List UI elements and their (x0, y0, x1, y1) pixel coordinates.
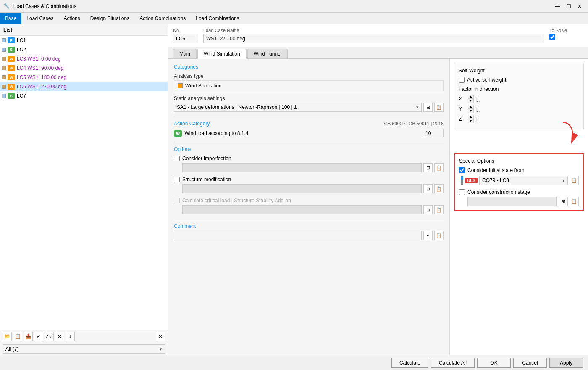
comment-row: ▾ 📋 (174, 231, 444, 240)
list-item[interactable]: W LC3 WS1: 0.00 deg (0, 54, 168, 63)
app-icon: 🔧 (3, 3, 10, 10)
imperfection-btn2[interactable]: 📋 (434, 163, 444, 172)
analysis-type-value: Wind Simulation (185, 83, 222, 89)
list-folder-btn[interactable]: 📂 (3, 332, 12, 341)
menu-base[interactable]: Base (0, 13, 21, 24)
tab-wind-simulation[interactable]: Wind Simulation (197, 49, 247, 59)
imperfection-input (182, 163, 422, 172)
static-analysis-btn2[interactable]: 📋 (434, 103, 444, 112)
list-checkall-btn[interactable]: ✓✓ (45, 332, 54, 341)
menu-load-cases[interactable]: Load Cases (21, 13, 58, 24)
state-select-wrapper[interactable]: CO79 - LC3 (479, 176, 568, 185)
y-down-btn[interactable]: ▼ (468, 109, 474, 113)
list-delete-btn[interactable]: ✕ (55, 332, 64, 341)
imperfection-btn1[interactable]: ⊞ (423, 163, 433, 172)
tabs-bar: Main Wind Simulation Wind Tunnel (168, 47, 588, 59)
structure-mod-btn2[interactable]: 📋 (434, 184, 444, 193)
critical-load-input (182, 205, 422, 214)
critical-load-btn2[interactable]: 📋 (434, 205, 444, 214)
action-num[interactable] (423, 129, 444, 137)
x-up-btn[interactable]: ▲ (468, 95, 474, 99)
y-unit: [-] (476, 106, 481, 112)
filter-row: All (7) (0, 343, 168, 355)
list-close-btn[interactable]: ✕ (156, 332, 165, 341)
imperfection-checkbox[interactable] (174, 156, 180, 161)
critical-load-checkbox[interactable] (174, 198, 180, 204)
structure-mod-btn1[interactable]: ⊞ (423, 184, 433, 193)
tab-content: Categories Analysis type Wind Simulation… (168, 59, 588, 355)
self-weight-title: Self-Weight (459, 68, 579, 74)
menu-action-combinations[interactable]: Action Combinations (134, 13, 191, 24)
item-label: LC7 (17, 93, 26, 99)
item-badge: S (8, 93, 15, 99)
no-input[interactable] (173, 34, 198, 43)
active-self-weight-checkbox[interactable] (459, 77, 465, 83)
content-area: List P LC1 S LC2 W LC3 WS1: 0.00 deg (0, 24, 588, 355)
left-panel: List P LC1 S LC2 W LC3 WS1: 0.00 deg (0, 24, 168, 355)
color-stripe (461, 176, 463, 185)
list-copy-btn[interactable]: 📋 (13, 332, 22, 341)
list-item[interactable]: S LC7 (0, 91, 168, 100)
item-color (2, 66, 6, 70)
y-spinner: ▲ ▼ (468, 105, 474, 113)
x-down-btn[interactable]: ▼ (468, 99, 474, 103)
consider-initial-label: Consider initial state from (467, 167, 524, 173)
filter-select[interactable]: All (7) (3, 345, 165, 353)
critical-load-btn1[interactable]: ⊞ (423, 205, 433, 214)
side-panel-spacer (454, 214, 584, 351)
special-options-title: Special Options (459, 158, 579, 164)
minimize-button[interactable]: — (553, 1, 563, 11)
list-item[interactable]: W LC5 WS1: 180.00 deg (0, 73, 168, 82)
list-item-selected[interactable]: W LC6 WS1: 270.00 deg (0, 82, 168, 91)
consider-construction-checkbox[interactable] (459, 189, 465, 195)
static-analysis-label: Static analysis settings (174, 95, 444, 101)
construction-btn1[interactable]: ⊞ (559, 197, 568, 206)
structure-mod-input-row: ⊞ 📋 (182, 184, 444, 193)
options-title: Options (174, 146, 444, 152)
comment-input[interactable] (174, 231, 422, 240)
state-select[interactable]: CO79 - LC3 (480, 176, 567, 185)
tab-wind-tunnel[interactable]: Wind Tunnel (247, 49, 288, 58)
menu-load-combinations[interactable]: Load Combinations (191, 13, 244, 24)
item-color (2, 85, 6, 89)
special-options-section: Special Options Consider initial state f… (454, 153, 584, 211)
static-analysis-select-wrapper[interactable]: SA1 - Large deformations | Newton-Raphso… (174, 103, 422, 112)
menu-design-situations[interactable]: Design Situations (85, 13, 134, 24)
construction-btn2[interactable]: 📋 (570, 197, 579, 206)
static-analysis-btn1[interactable]: ⊞ (423, 103, 433, 112)
list-item[interactable]: W LC4 WS1: 90.00 deg (0, 63, 168, 73)
to-solve-checkbox[interactable] (549, 34, 555, 40)
imperfection-row: Consider imperfection (174, 156, 444, 161)
menu-actions[interactable]: Actions (58, 13, 85, 24)
item-badge: P (8, 37, 15, 43)
state-copy-btn[interactable]: 📋 (570, 176, 579, 185)
comment-dropdown-btn[interactable]: ▾ (423, 231, 433, 240)
ok-button[interactable]: OK (477, 358, 511, 368)
tab-main[interactable]: Main (173, 49, 197, 58)
apply-button[interactable]: Apply (549, 358, 583, 368)
factor-x-row: X ▲ ▼ [-] (459, 95, 579, 103)
list-item[interactable]: P LC1 (0, 36, 168, 45)
close-button[interactable]: ✕ (575, 1, 585, 11)
comment-copy-btn[interactable]: 📋 (434, 231, 444, 240)
calculate-button[interactable]: Calculate (391, 358, 428, 368)
z-down-btn[interactable]: ▼ (468, 119, 474, 123)
consider-initial-checkbox[interactable] (459, 167, 465, 173)
list-item[interactable]: S LC2 (0, 45, 168, 54)
list-check-btn[interactable]: ✓ (34, 332, 43, 341)
critical-load-label: Calculate critical load | Structure Stab… (182, 198, 291, 204)
z-up-btn[interactable]: ▲ (468, 115, 474, 119)
list-export-btn[interactable]: 📤 (24, 332, 33, 341)
action-badge: W (174, 130, 182, 137)
maximize-button[interactable]: ☐ (564, 1, 574, 11)
static-analysis-select[interactable]: SA1 - Large deformations | Newton-Raphso… (174, 103, 421, 111)
state-selector-row: ULS CO79 - LC3 📋 (461, 176, 579, 185)
cancel-button[interactable]: Cancel (513, 358, 547, 368)
y-up-btn[interactable]: ▲ (468, 105, 474, 109)
name-input[interactable] (203, 34, 544, 43)
filter-select-wrapper[interactable]: All (7) (3, 344, 165, 354)
window-title: Load Cases & Combinations (13, 3, 553, 9)
calculate-all-button[interactable]: Calculate All (431, 358, 475, 368)
list-sort-btn[interactable]: ↕ (66, 332, 75, 341)
structure-mod-checkbox[interactable] (174, 177, 180, 182)
